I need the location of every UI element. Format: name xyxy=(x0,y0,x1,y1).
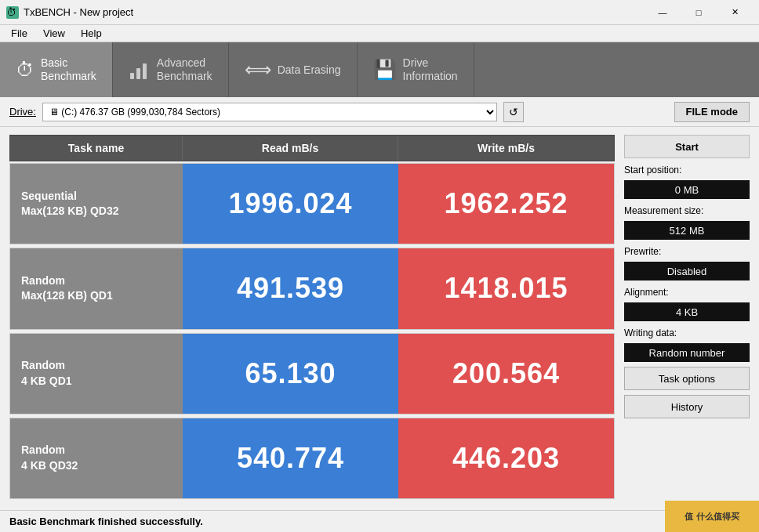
measurement-size-label: Measurement size: xyxy=(624,205,750,216)
table-row: SequentialMax(128 KB) QD32 1996.024 1962… xyxy=(9,163,615,244)
table-row: RandomMax(128 KB) QD1 491.539 1418.015 xyxy=(9,248,615,329)
drive-row: Drive: 🖥 (C:) 476.37 GB (999,030,784 Sec… xyxy=(0,97,759,127)
start-position-value: 0 MB xyxy=(624,180,750,199)
menu-help[interactable]: Help xyxy=(73,26,110,41)
drive-refresh-button[interactable]: ↺ xyxy=(503,102,524,122)
tab-advanced-label: AdvancedBenchmark xyxy=(157,56,212,83)
advanced-benchmark-icon xyxy=(129,59,151,81)
header-read: Read mB/s xyxy=(183,136,398,161)
window-title: TxBENCH - New project xyxy=(24,6,133,18)
header-task-name: Task name xyxy=(10,136,183,161)
row4-write: 446.203 xyxy=(398,418,614,498)
menu-file[interactable]: File xyxy=(3,26,35,41)
row4-read: 540.774 xyxy=(183,418,398,498)
table-row: Random4 KB QD32 540.774 446.203 xyxy=(9,418,615,499)
drive-label[interactable]: Drive: xyxy=(9,106,36,118)
menu-bar: File View Help xyxy=(0,25,759,42)
writing-data-label: Writing data: xyxy=(624,328,750,338)
alignment-label: Alignment: xyxy=(624,287,750,298)
tab-basic-label: BasicBenchmark xyxy=(41,56,96,83)
row1-write: 1962.252 xyxy=(398,164,614,244)
row3-label: Random4 KB QD1 xyxy=(10,334,183,414)
tab-data-erasing[interactable]: ⟺ Data Erasing xyxy=(229,42,358,97)
row3-read: 65.130 xyxy=(183,334,398,414)
basic-benchmark-icon: ⏱ xyxy=(16,59,34,81)
right-panel: Start Start position: 0 MB Measurement s… xyxy=(624,135,750,502)
row4-label: Random4 KB QD32 xyxy=(10,418,183,498)
writing-data-value: Random number xyxy=(624,343,750,362)
minimize-button[interactable]: — xyxy=(645,0,681,25)
svg-rect-1 xyxy=(136,68,140,79)
watermark: 值 什么值得买 xyxy=(665,501,759,532)
app-icon: ⏱ xyxy=(6,6,19,19)
tab-erasing-label: Data Erasing xyxy=(278,63,341,77)
task-options-button[interactable]: Task options xyxy=(624,367,750,390)
table-header: Task name Read mB/s Write mB/s xyxy=(9,135,615,161)
tab-drive-label: DriveInformation xyxy=(403,56,458,83)
row2-label: RandomMax(128 KB) QD1 xyxy=(10,248,183,328)
data-erasing-icon: ⟺ xyxy=(245,59,271,81)
row2-read: 491.539 xyxy=(183,248,398,328)
prewrite-value: Disabled xyxy=(624,262,750,280)
tab-drive-information[interactable]: 💾 DriveInformation xyxy=(358,42,474,97)
tab-bar: ⏱ BasicBenchmark AdvancedBenchmark ⟺ Dat… xyxy=(0,42,759,97)
file-mode-button[interactable]: FILE mode xyxy=(674,102,750,122)
start-button[interactable]: Start xyxy=(624,135,750,158)
prewrite-label: Prewrite: xyxy=(624,246,750,257)
row1-read: 1996.024 xyxy=(183,164,398,244)
row3-write: 200.564 xyxy=(398,334,614,414)
status-text: Basic Benchmark finished successfully. xyxy=(9,516,203,527)
tab-advanced-benchmark[interactable]: AdvancedBenchmark xyxy=(113,42,229,97)
main-content: Task name Read mB/s Write mB/s Sequentia… xyxy=(0,127,759,510)
start-position-label: Start position: xyxy=(624,165,750,176)
row1-label: SequentialMax(128 KB) QD32 xyxy=(10,164,183,244)
title-bar-controls: — □ ✕ xyxy=(645,0,753,25)
header-write: Write mB/s xyxy=(398,136,614,161)
benchmark-table: Task name Read mB/s Write mB/s Sequentia… xyxy=(9,135,615,502)
history-button[interactable]: History xyxy=(624,395,750,418)
close-button[interactable]: ✕ xyxy=(717,0,753,25)
measurement-size-value: 512 MB xyxy=(624,221,750,240)
menu-view[interactable]: View xyxy=(35,26,73,41)
table-row: Random4 KB QD1 65.130 200.564 xyxy=(9,333,615,414)
drive-info-icon: 💾 xyxy=(373,59,397,81)
row2-write: 1418.015 xyxy=(398,248,614,328)
maximize-button[interactable]: □ xyxy=(681,0,717,25)
svg-rect-2 xyxy=(143,63,147,79)
svg-rect-0 xyxy=(130,73,134,79)
title-bar: ⏱ TxBENCH - New project — □ ✕ xyxy=(0,0,759,25)
tab-basic-benchmark[interactable]: ⏱ BasicBenchmark xyxy=(0,42,113,97)
alignment-value: 4 KB xyxy=(624,302,750,321)
status-bar: Basic Benchmark finished successfully. 值… xyxy=(0,510,759,532)
title-bar-left: ⏱ TxBENCH - New project xyxy=(6,6,133,19)
drive-select[interactable]: 🖥 (C:) 476.37 GB (999,030,784 Sectors) xyxy=(42,103,497,121)
